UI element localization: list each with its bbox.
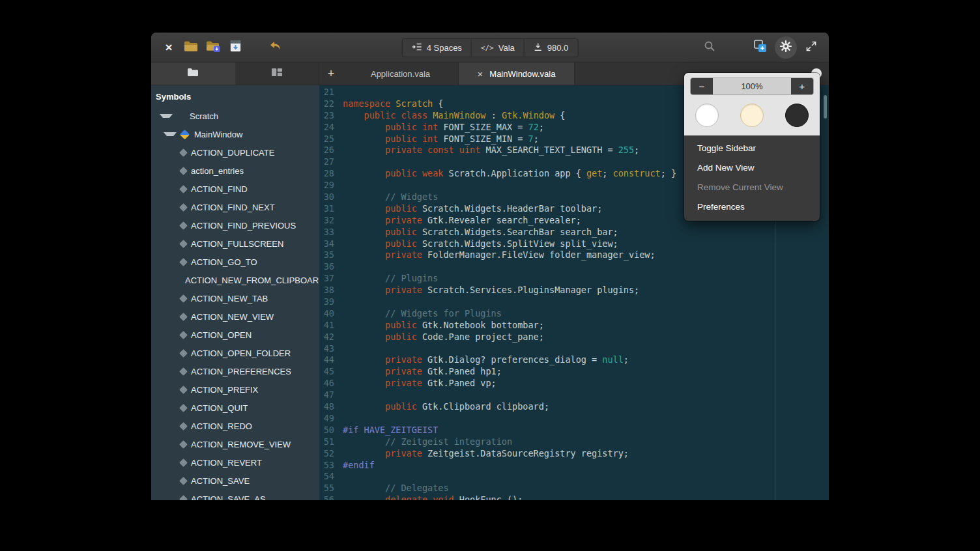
- code-line-45[interactable]: 45 private Gtk.Paned hp1;: [319, 366, 829, 378]
- fullscreen-button[interactable]: [800, 36, 822, 59]
- tab-label: Application.vala: [371, 69, 430, 79]
- goto-line-icon: [534, 42, 543, 53]
- language-label: Vala: [498, 43, 515, 53]
- tab-application-vala[interactable]: Application.vala: [343, 63, 459, 85]
- code-text: // Delegates: [339, 483, 449, 494]
- add-view-button[interactable]: [749, 36, 771, 59]
- symbol-item-action_entries[interactable]: action_entries: [151, 162, 319, 180]
- symbol-item-action_save[interactable]: ACTION_SAVE: [151, 472, 319, 490]
- code-line-50[interactable]: 50#if HAVE_ZEITGEIST: [319, 425, 829, 436]
- gear-icon: [779, 40, 792, 55]
- code-line-35[interactable]: 35 private FolderManager.FileView folder…: [319, 249, 829, 261]
- code-line-53[interactable]: 53#endif: [319, 460, 829, 472]
- editor-scrollbar[interactable]: [824, 95, 827, 119]
- save-icon: [229, 39, 242, 55]
- code-line-48[interactable]: 48 public Gtk.Clipboard clipboard;: [319, 401, 829, 413]
- open-file-button[interactable]: [180, 36, 202, 59]
- code-line-46[interactable]: 46 private Gtk.Paned vp;: [319, 378, 829, 389]
- member-diamond-icon: [179, 203, 188, 212]
- color-scheme-light[interactable]: [695, 104, 719, 127]
- save-file-button[interactable]: [224, 36, 246, 59]
- symbol-label: ACTION_FULLSCREEN: [191, 239, 283, 249]
- color-scheme-dark[interactable]: [785, 104, 809, 127]
- line-number: 51: [319, 436, 339, 448]
- code-line-42[interactable]: 42 public Code.Pane project_pane;: [319, 332, 829, 343]
- popover-zoom-section: − 100% +: [684, 73, 820, 135]
- symbol-item-action_save_as[interactable]: ACTION_SAVE_AS: [151, 490, 319, 500]
- indentation-button[interactable]: 4 Spaces: [403, 39, 472, 57]
- color-scheme-sepia[interactable]: [740, 104, 764, 127]
- settings-menu-button[interactable]: [775, 36, 797, 59]
- code-line-56[interactable]: 56 delegate void HookFunc ();: [319, 494, 829, 500]
- member-diamond-icon: [179, 185, 188, 193]
- symbol-item-action_find_previous[interactable]: ACTION_FIND_PREVIOUS: [151, 216, 319, 234]
- menu-item-preferences[interactable]: Preferences: [684, 197, 820, 217]
- symbol-label: ACTION_OPEN: [191, 330, 252, 340]
- symbol-item-action_open_folder[interactable]: ACTION_OPEN_FOLDER: [151, 344, 319, 362]
- panel-tab-files[interactable]: [151, 63, 235, 85]
- code-text: #endif: [339, 460, 375, 472]
- open-folder-icon: [205, 40, 221, 55]
- menu-item-toggle-sidebar[interactable]: Toggle Sidebar: [684, 139, 820, 158]
- expander-arrow-icon[interactable]: [160, 114, 173, 118]
- code-editor-window: ×: [151, 33, 829, 500]
- symbol-item-action_preferences[interactable]: ACTION_PREFERENCES: [151, 362, 319, 380]
- panel-tab-layout[interactable]: [235, 63, 319, 85]
- tab-mainwindow-vala[interactable]: × MainWindow.vala: [459, 63, 575, 85]
- code-text: [339, 156, 343, 168]
- symbol-item-action_revert[interactable]: ACTION_REVERT: [151, 453, 319, 472]
- symbol-item-action_open[interactable]: ACTION_OPEN: [151, 326, 319, 344]
- symbol-item-action_duplicate[interactable]: ACTION_DUPLICATE: [151, 143, 319, 162]
- code-line-39[interactable]: 39: [319, 296, 829, 308]
- code-line-49[interactable]: 49: [319, 413, 829, 425]
- symbol-item-action_find_next[interactable]: ACTION_FIND_NEXT: [151, 198, 319, 216]
- new-tab-button[interactable]: +: [319, 63, 343, 85]
- code-line-38[interactable]: 38 private Scratch.Services.PluginsManag…: [319, 285, 829, 296]
- line-number: 50: [319, 425, 339, 436]
- add-view-icon: [753, 39, 768, 56]
- undo-button[interactable]: [265, 36, 287, 59]
- code-line-54[interactable]: 54: [319, 471, 829, 483]
- language-button[interactable]: </> Vala: [472, 39, 525, 57]
- symbol-label: ACTION_GO_TO: [191, 257, 257, 267]
- zoom-out-button[interactable]: −: [691, 78, 713, 94]
- symbol-item-action_quit[interactable]: ACTION_QUIT: [151, 399, 319, 417]
- code-line-47[interactable]: 47: [319, 389, 829, 401]
- code-line-33[interactable]: 33 public Scratch.Widgets.SearchBar sear…: [319, 227, 829, 238]
- code-line-40[interactable]: 40 // Widgets for Plugins: [319, 308, 829, 320]
- symbols-sidebar: Symbols Scratch MainWindow ACTION_DUPLIC…: [151, 85, 319, 500]
- code-line-34[interactable]: 34 public Scratch.Widgets.SplitView spli…: [319, 238, 829, 250]
- search-button[interactable]: [699, 36, 721, 59]
- code-text: private Gtk.Paned vp;: [339, 378, 497, 389]
- code-line-52[interactable]: 52 private Zeitgeist.DataSourceRegistry …: [319, 448, 829, 460]
- symbol-item-action_remove_view[interactable]: ACTION_REMOVE_VIEW: [151, 435, 319, 453]
- menu-item-add-new-view[interactable]: Add New View: [684, 158, 820, 178]
- code-line-36[interactable]: 36: [319, 261, 829, 273]
- symbol-item-action_prefix[interactable]: ACTION_PREFIX: [151, 380, 319, 399]
- open-folder-button[interactable]: [202, 36, 224, 59]
- symbol-item-action_new_from_clipboard[interactable]: ACTION_NEW_FROM_CLIPBOARD: [151, 271, 319, 289]
- code-line-43[interactable]: 43: [319, 343, 829, 355]
- code-text: private Gtk.Paned hp1;: [339, 366, 502, 378]
- tab-close-icon[interactable]: ×: [478, 69, 483, 79]
- code-line-37[interactable]: 37 // Plugins: [319, 273, 829, 285]
- symbol-root-scratch[interactable]: Scratch: [151, 107, 319, 125]
- symbol-item-action_new_tab[interactable]: ACTION_NEW_TAB: [151, 289, 319, 307]
- goto-line-button[interactable]: 980.0: [525, 39, 578, 57]
- close-window-button[interactable]: ×: [158, 36, 180, 59]
- symbol-class-mainwindow[interactable]: MainWindow: [151, 125, 319, 143]
- symbol-item-action_new_view[interactable]: ACTION_NEW_VIEW: [151, 307, 319, 326]
- symbol-item-action_fullscreen[interactable]: ACTION_FULLSCREEN: [151, 234, 319, 253]
- code-line-51[interactable]: 51 // Zeitgeist integration: [319, 436, 829, 448]
- code-line-44[interactable]: 44 private Gtk.Dialog? preferences_dialo…: [319, 354, 829, 366]
- symbol-item-action_redo[interactable]: ACTION_REDO: [151, 417, 319, 435]
- line-number: 33: [319, 227, 339, 238]
- code-text: public int FONT_SIZE_MAX = 72;: [339, 122, 544, 134]
- symbol-item-action_go_to[interactable]: ACTION_GO_TO: [151, 253, 319, 271]
- folder-icon: [183, 40, 199, 55]
- code-line-41[interactable]: 41 public Gtk.Notebook bottombar;: [319, 320, 829, 332]
- expander-arrow-icon[interactable]: [164, 132, 177, 136]
- symbol-item-action_find[interactable]: ACTION_FIND: [151, 180, 319, 198]
- code-line-55[interactable]: 55 // Delegates: [319, 483, 829, 494]
- zoom-in-button[interactable]: +: [791, 78, 813, 94]
